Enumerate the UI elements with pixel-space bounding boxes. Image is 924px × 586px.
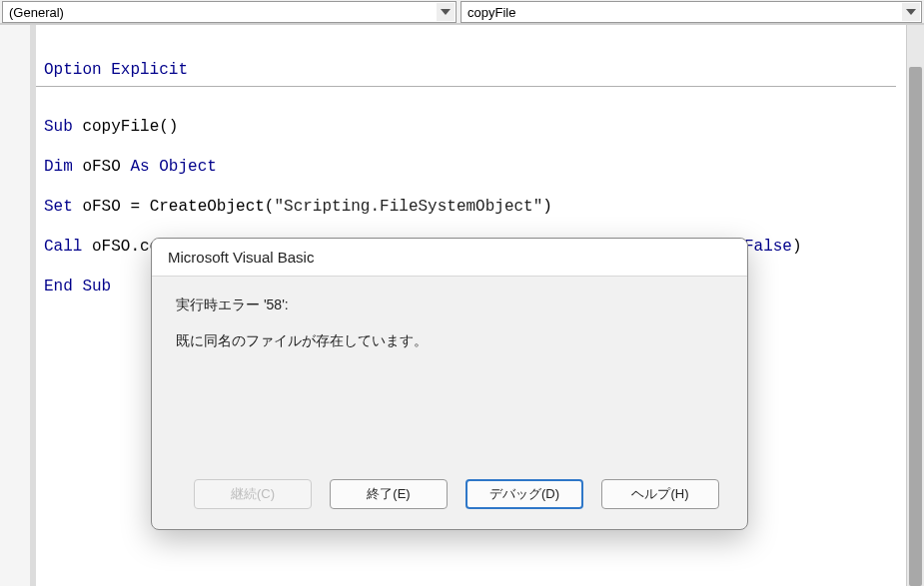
top-dropdown-bar: (General) copyFile [0,0,924,24]
chevron-down-icon [437,3,455,21]
code-text: Option Explicit [44,61,188,79]
code-text: ) [792,238,802,256]
margin-indicator-bar [0,25,36,586]
vertical-scrollbar[interactable] [906,25,924,586]
debug-button[interactable]: デバッグ(D) [465,479,583,509]
error-message: 既に同名のファイルが存在しています。 [176,332,723,350]
continue-button: 継続(C) [194,479,312,509]
dialog-body: 実行時エラー '58': 既に同名のファイルが存在しています。 [152,277,747,465]
procedure-dropdown[interactable]: copyFile [461,1,922,23]
code-text: Sub [44,118,73,136]
error-code-line: 実行時エラー '58': [176,296,723,314]
chevron-down-icon [902,3,920,21]
help-button[interactable]: ヘルプ(H) [601,479,719,509]
code-text: oFSO = CreateObject( [73,198,275,216]
code-text: "Scripting.FileSystemObject" [274,198,542,216]
dialog-button-row: 継続(C) 終了(E) デバッグ(D) ヘルプ(H) [170,465,747,529]
scrollbar-thumb[interactable] [909,67,922,586]
end-button[interactable]: 終了(E) [330,479,448,509]
code-text: oFSO [73,158,131,176]
object-dropdown[interactable]: (General) [2,1,457,23]
code-text: End Sub [44,278,111,295]
error-dialog: Microsoft Visual Basic 実行時エラー '58': 既に同名… [151,238,748,530]
code-text: copyFile() [73,118,179,136]
code-text: Call [44,238,82,256]
object-dropdown-value: (General) [9,5,64,20]
code-text: As Object [130,158,216,176]
dialog-title: Microsoft Visual Basic [152,239,747,277]
code-text: Dim [44,158,73,176]
code-text: Set [44,198,73,216]
separator-rule [36,86,896,87]
code-text: ) [542,198,552,216]
procedure-dropdown-value: copyFile [467,5,515,20]
code-text: False [744,238,792,256]
